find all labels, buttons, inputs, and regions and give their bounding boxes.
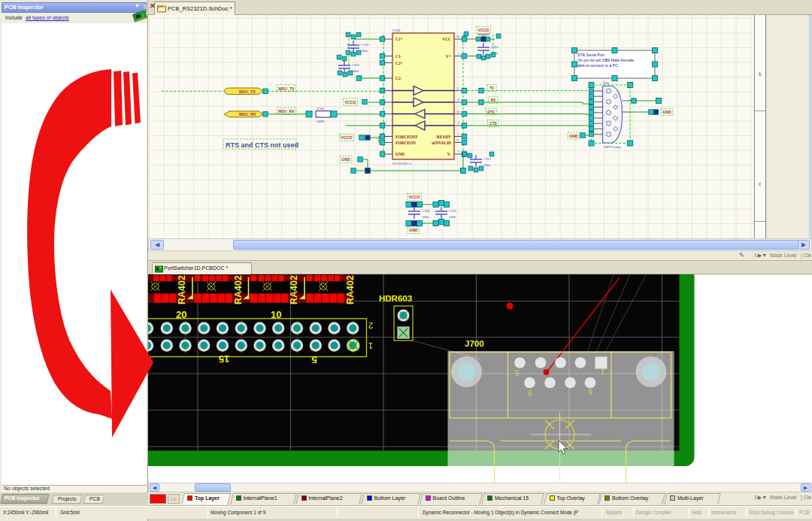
svg-text:DTE Serial Port: DTE Serial Port (577, 53, 605, 57)
svg-text:R700: R700 (317, 107, 325, 111)
svg-text:11: 11 (456, 139, 459, 142)
svg-text:9: 9 (458, 122, 459, 125)
svg-text:J700: J700 (602, 81, 609, 85)
svg-text:MSU_RX: MSU_RX (239, 112, 256, 117)
svg-text:U700: U700 (392, 29, 401, 32)
svg-text:RX: RX (491, 98, 496, 102)
svg-text:9: 9 (528, 389, 532, 397)
svg-text:C700: C700 (361, 43, 369, 47)
svg-text:1: 1 (600, 368, 604, 376)
svg-text:100n: 100n (422, 215, 429, 219)
svg-text:14: 14 (456, 111, 459, 114)
svg-text:On pin-for-pin DB9 Male-Female: On pin-for-pin DB9 Male-Female (577, 58, 634, 62)
svg-text:MSU_TX: MSU_TX (278, 86, 295, 91)
svg-text:1: 1 (368, 341, 373, 350)
svg-text:C1-: C1- (395, 54, 402, 59)
svg-text:RA402: RA402 (345, 275, 356, 304)
svg-text:C1+: C1+ (395, 37, 403, 41)
svg-text:FORCEOFF: FORCEOFF (395, 135, 418, 139)
svg-text:C703: C703 (483, 157, 492, 161)
svg-text:TX: TX (489, 86, 495, 90)
svg-text:MSU_TX: MSU_TX (239, 89, 256, 94)
svg-text:100n: 100n (483, 163, 491, 167)
svg-text:7: 7 (458, 150, 459, 153)
svg-text:uINVALID: uINVALID (432, 141, 451, 145)
svg-text:17: 17 (456, 87, 459, 90)
svg-text:C704: C704 (422, 209, 430, 213)
svg-text:VCCO: VCCO (409, 195, 420, 199)
svg-text:C2+: C2+ (395, 61, 403, 65)
svg-text:RTS and CTS not used: RTS and CTS not used (226, 141, 298, 149)
svg-text:15: 15 (219, 353, 229, 365)
svg-text:RTS: RTS (487, 111, 495, 114)
svg-text:100n: 100n (449, 215, 456, 219)
svg-text:READY: READY (437, 135, 451, 139)
svg-text:VCCO: VCCO (345, 100, 356, 105)
svg-text:249K: 249K (317, 120, 325, 123)
svg-text:J700: J700 (465, 339, 484, 348)
svg-text:HDR603: HDR603 (379, 294, 412, 303)
svg-text:GND: GND (341, 157, 350, 162)
svg-text:GND: GND (662, 110, 671, 114)
svg-text:VCCO: VCCO (478, 28, 489, 32)
svg-text:C705: C705 (449, 209, 457, 213)
svg-text:100n: 100n (361, 49, 368, 53)
svg-text:MSU_RX: MSU_RX (278, 109, 295, 114)
svg-text:C701: C701 (491, 45, 499, 49)
svg-text:VCCO: VCCO (341, 135, 353, 140)
svg-text:DB9 Female: DB9 Female (604, 145, 621, 149)
svg-text:16: 16 (456, 35, 459, 38)
svg-text:5: 5 (514, 368, 519, 377)
svg-text:2: 2 (368, 321, 373, 330)
svg-text:able to connect to a PC: able to connect to a PC (577, 63, 618, 68)
svg-text:GND: GND (569, 134, 578, 138)
svg-text:CTS: CTS (489, 122, 497, 126)
svg-text:C2-: C2- (395, 76, 402, 80)
svg-text:VCC: VCC (442, 37, 451, 41)
svg-text:10: 10 (271, 309, 281, 320)
svg-text:5: 5 (311, 354, 317, 365)
svg-text:FORCEON: FORCEON (395, 141, 416, 145)
svg-text:2: 2 (458, 53, 459, 56)
svg-text:RA402: RA402 (233, 275, 244, 304)
svg-text:6: 6 (588, 387, 592, 395)
svg-text:RA402: RA402 (289, 275, 299, 304)
svg-text:100n: 100n (352, 69, 359, 73)
svg-text:GND: GND (395, 152, 404, 156)
svg-text:8: 8 (458, 98, 459, 101)
svg-text:GND: GND (409, 228, 418, 232)
svg-text:C702: C702 (352, 63, 360, 67)
svg-text:V-: V- (447, 152, 451, 156)
svg-text:1: 1 (458, 133, 459, 136)
svg-text:V+: V+ (446, 54, 451, 59)
svg-text:ICL3232ECA: ICL3232ECA (392, 162, 412, 165)
